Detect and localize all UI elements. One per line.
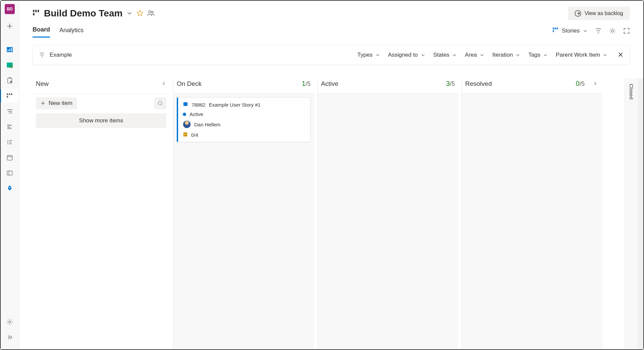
chevron-down-icon xyxy=(421,53,425,57)
chevron-down-icon xyxy=(452,53,457,57)
filter-area[interactable]: Area xyxy=(464,50,486,60)
svg-point-8 xyxy=(10,81,12,82)
tab-board[interactable]: Board xyxy=(33,26,50,38)
wip-indicator: 0/5 xyxy=(576,80,585,88)
svg-rect-15 xyxy=(7,156,12,160)
nav-add[interactable] xyxy=(3,19,16,33)
stories-icon xyxy=(552,27,558,35)
column-new: New New item xyxy=(33,78,173,349)
scroll-next[interactable] xyxy=(591,78,599,90)
team-members[interactable] xyxy=(147,9,155,18)
card-id: 78862 xyxy=(192,102,206,108)
filter-types[interactable]: Types xyxy=(356,50,381,60)
clipboard-icon xyxy=(6,77,13,84)
chevron-down-icon xyxy=(603,53,607,57)
svg-rect-3 xyxy=(11,48,12,51)
svg-rect-21 xyxy=(35,10,37,12)
plus-icon xyxy=(41,101,45,106)
svg-point-31 xyxy=(158,101,162,105)
column-resolved: Resolved 0/5 xyxy=(462,78,606,349)
svg-rect-22 xyxy=(38,10,39,12)
svg-rect-2 xyxy=(9,49,10,52)
svg-rect-10 xyxy=(7,96,8,98)
svg-point-23 xyxy=(149,10,151,13)
nav-pipelines[interactable] xyxy=(3,182,16,195)
chevron-down-icon xyxy=(480,53,484,57)
team-dropdown[interactable] xyxy=(126,10,132,17)
card-title: Example User Story #1 xyxy=(209,102,261,108)
nav-board-active[interactable] xyxy=(0,89,19,103)
backlog-level-selector[interactable]: Stories xyxy=(552,27,588,35)
fullscreen-toggle[interactable] xyxy=(623,27,630,34)
checklist-icon xyxy=(183,132,188,138)
backlog-button-label: View as backlog xyxy=(585,10,623,16)
nav-boards[interactable] xyxy=(3,58,16,72)
column-title: New xyxy=(36,80,49,88)
filter-keyword-text: Example xyxy=(50,52,72,58)
people-icon xyxy=(147,9,155,17)
calendar-icon xyxy=(6,154,13,161)
nav-backlogs[interactable] xyxy=(3,105,16,118)
chevron-down-icon xyxy=(126,10,132,16)
global-sidebar: BD xyxy=(1,1,19,349)
filter-keyword[interactable]: Example xyxy=(39,52,72,58)
new-item-button[interactable]: New item xyxy=(36,97,77,109)
delivery-icon xyxy=(6,170,13,176)
column-collapse[interactable] xyxy=(162,80,166,88)
board-settings[interactable] xyxy=(609,27,616,34)
column-active: Active 3/5 xyxy=(318,78,462,349)
show-more-button[interactable]: Show more items xyxy=(36,113,166,128)
favorite-toggle[interactable] xyxy=(137,10,143,17)
card-assignee: Dan Hellem xyxy=(194,122,220,127)
filter-close[interactable] xyxy=(618,52,624,59)
view-tabs: Board Analytics Stories xyxy=(19,20,643,38)
team-board-icon xyxy=(33,9,40,18)
filter-assigned[interactable]: Assigned to xyxy=(387,50,427,60)
work-item-card[interactable]: 78862 Example User Story #1 Active Dan H… xyxy=(177,97,311,142)
filter-states[interactable]: States xyxy=(432,50,458,60)
column-closed-collapsed[interactable]: Closed xyxy=(625,78,638,349)
filter-parent[interactable]: Parent Work Item xyxy=(554,50,609,60)
close-icon xyxy=(618,52,624,58)
nav-plans[interactable] xyxy=(3,151,16,164)
backlog-level-label: Stories xyxy=(562,27,580,34)
project-avatar[interactable]: BD xyxy=(5,4,15,14)
chevron-right-icon xyxy=(593,81,597,86)
rocket-icon xyxy=(6,185,13,192)
state-dot-icon xyxy=(183,113,186,116)
queries-icon xyxy=(6,139,13,145)
main-content: Build Demo Team View as backlog Board An… xyxy=(19,1,643,349)
nav-queries[interactable] xyxy=(3,135,16,149)
star-icon xyxy=(137,10,143,16)
card-tasks: 0/4 xyxy=(191,132,198,138)
scrollbar[interactable] xyxy=(638,78,643,349)
column-search[interactable] xyxy=(154,97,166,109)
nav-settings[interactable] xyxy=(3,315,16,329)
nav-overview[interactable] xyxy=(3,43,16,56)
chevron-down-icon xyxy=(516,53,520,57)
chevron-double-right-icon xyxy=(6,334,13,341)
filter-tags[interactable]: Tags xyxy=(527,50,549,60)
filter-bar: Example Types Assigned to States Area It… xyxy=(33,45,630,65)
dashboard-icon xyxy=(6,46,13,53)
svg-rect-20 xyxy=(33,13,34,15)
svg-rect-1 xyxy=(8,50,9,51)
view-as-backlog-button[interactable]: View as backlog xyxy=(568,7,630,20)
nav-workitems[interactable] xyxy=(3,74,16,87)
column-title: Active xyxy=(321,80,338,88)
filter-iteration[interactable]: Iteration xyxy=(491,50,522,60)
svg-rect-19 xyxy=(33,10,34,12)
new-item-label: New item xyxy=(49,100,72,107)
nav-expand[interactable] xyxy=(3,331,16,344)
nav-delivery[interactable] xyxy=(3,166,16,180)
svg-rect-26 xyxy=(553,27,554,30)
tab-analytics[interactable]: Analytics xyxy=(59,27,84,37)
arrow-circle-icon xyxy=(575,10,581,17)
filter-toggle[interactable] xyxy=(595,27,602,34)
svg-rect-27 xyxy=(555,27,556,30)
svg-rect-7 xyxy=(8,77,11,78)
svg-point-24 xyxy=(152,11,154,13)
team-title[interactable]: Build Demo Team xyxy=(44,8,122,19)
nav-sprints[interactable] xyxy=(3,120,16,133)
backlog-icon xyxy=(6,108,13,115)
